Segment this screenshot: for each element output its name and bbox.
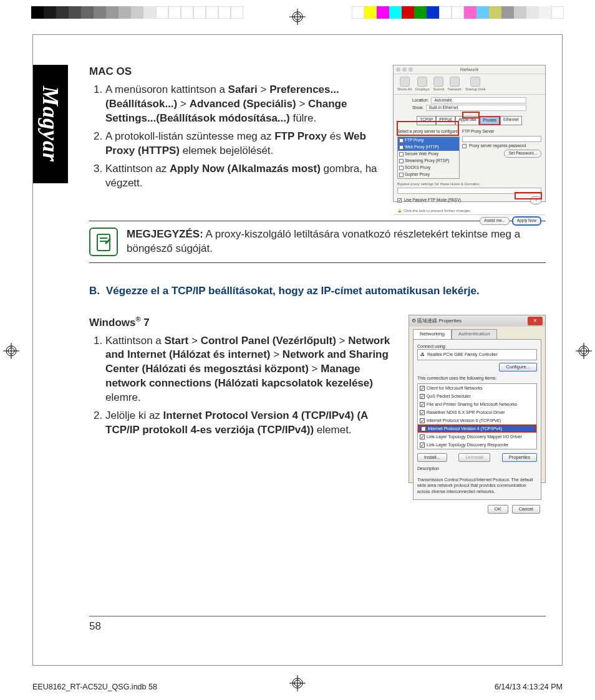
win-desc-label: Description: [417, 466, 537, 471]
print-file-name: EEU8162_RT-AC52U_QSG.indb 58: [32, 683, 157, 691]
win-item[interactable]: ✓Rawether NDIS 6.X SPR Protocol Driver: [418, 408, 536, 416]
section-b-heading: B. Végezze el a TCP/IP beállításokat, ho…: [89, 284, 546, 299]
windows-steps: Kattintson a Start > Control Panel (Vezé…: [89, 334, 399, 438]
win-item[interactable]: ✓Internet Protocol Version 4 (TCP/IPv4): [418, 424, 536, 433]
win-ok-button[interactable]: OK: [488, 505, 508, 514]
checkbox-icon[interactable]: [399, 159, 404, 163]
checkbox-icon[interactable]: ✓: [421, 426, 426, 431]
print-metadata: EEU8162_RT-AC52U_QSG.indb 58 6/14/13 4:1…: [32, 683, 563, 691]
mac-show-label: Show:: [412, 105, 423, 111]
win-uninstall-button[interactable]: Uninstall: [458, 453, 490, 462]
win-items-list[interactable]: ✓Client for Microsoft Networks✓QoS Packe…: [417, 383, 537, 449]
win-item[interactable]: ✓Internet Protocol Version 6 (TCP/IPv6): [418, 416, 536, 424]
mac-toolbar-displays[interactable]: Displays: [415, 77, 430, 92]
mac-proxy-server-field[interactable]: [462, 136, 541, 142]
windows-screenshot: ⚙ 區域連線 Properties × Networking Authentic…: [409, 315, 546, 483]
mac-tab-proxies[interactable]: Proxies: [479, 116, 500, 125]
language-tab: Magyar: [33, 65, 68, 183]
checkbox-icon[interactable]: ✓: [399, 138, 404, 143]
win-item[interactable]: ✓Link-Layer Topology Discovery Mapper I/…: [418, 433, 536, 441]
checkbox-icon[interactable]: ✓: [399, 145, 404, 150]
mac-pasv-checkbox[interactable]: ✓: [397, 198, 402, 203]
highlight-apply-button: [515, 192, 542, 199]
checkbox-icon[interactable]: [399, 152, 404, 156]
mac-proxy-item[interactable]: SOCKS Proxy: [398, 165, 459, 171]
mac-show-select[interactable]: Built-in Ethernet: [426, 105, 526, 111]
mac-assist-button[interactable]: Assist me...: [480, 217, 510, 225]
print-timestamp: 6/14/13 4:13:24 PM: [495, 683, 563, 691]
win-properties-button[interactable]: Properties: [502, 453, 537, 462]
win-items-label: This connection uses the following items…: [417, 375, 537, 381]
mac-set-password-button[interactable]: Set Password...: [504, 150, 541, 158]
registration-mark-icon: [576, 343, 592, 359]
windows-step-1: Kattintson a Start > Control Panel (Vezé…: [105, 334, 399, 406]
win-cancel-button[interactable]: Cancel: [512, 505, 540, 514]
macos-step-3: Kattintson az Apply Now (Alkalmazás most…: [105, 162, 383, 191]
win-item[interactable]: ✓Link-Layer Topology Discovery Responder: [418, 441, 536, 449]
win-connect-using-label: Connect using:: [417, 343, 537, 349]
windows-heading: Windows® 7: [89, 315, 399, 330]
win-item[interactable]: ✓File and Printer Sharing for Microsoft …: [418, 400, 536, 408]
mac-apply-now-button[interactable]: Apply Now: [512, 216, 541, 226]
win-install-button[interactable]: Install...: [417, 453, 447, 462]
network-icon: ⚙: [412, 318, 416, 324]
mac-proxy-item[interactable]: ✓FTP Proxy: [398, 137, 459, 144]
checkbox-icon[interactable]: ✓: [420, 410, 425, 415]
page-frame: Magyar MAC OS A menüsoron kattintson a S…: [32, 34, 563, 666]
mac-pasv-label: Use Passive FTP Mode (PASV): [404, 198, 461, 203]
mac-toolbar-network[interactable]: Network: [448, 77, 462, 92]
windows-step-2: Jelölje ki az Internet Protocol Version …: [105, 409, 399, 438]
win-item[interactable]: ✓Client for Microsoft Networks: [418, 384, 536, 392]
macos-step-2: A protokoll-listán szüntesse meg az FTP …: [105, 130, 383, 158]
mac-proxy-item[interactable]: ✓Web Proxy (HTTP): [398, 144, 459, 151]
checkbox-icon[interactable]: ✓: [420, 394, 425, 399]
win-window-title: 區域連線 Properties: [417, 318, 462, 324]
macos-screenshot: Network Show AllDisplaysSoundNetworkStar…: [393, 65, 546, 202]
mac-toolbar-show-all[interactable]: Show All: [397, 77, 412, 92]
win-desc-text: Transmission Control Protocol/Internet P…: [417, 476, 537, 496]
section-b-letter: B.: [89, 284, 100, 299]
mac-bypass-label: Bypass proxy settings for these Hosts & …: [394, 180, 545, 188]
note-box: MEGJEGYZÉS: A proxy-kiszolgáló letiltásá…: [89, 221, 546, 263]
checkbox-icon[interactable]: ✓: [420, 443, 425, 448]
registration-mark-icon: [289, 9, 306, 25]
macos-steps: A menüsoron kattintson a Safari > Prefer…: [89, 83, 383, 191]
close-icon[interactable]: ×: [528, 317, 543, 325]
lock-icon[interactable]: 🔒: [397, 208, 402, 213]
page-number: 58: [89, 620, 101, 633]
checkbox-icon[interactable]: ✓: [420, 418, 425, 423]
mac-tab-ethernet[interactable]: Ethernet: [500, 116, 522, 125]
checkbox-icon[interactable]: ✓: [420, 402, 425, 407]
mac-location-select[interactable]: Automatic: [431, 97, 526, 103]
section-b-title: Végezze el a TCP/IP beállításokat, hogy …: [106, 284, 480, 299]
checkbox-icon[interactable]: ✓: [420, 434, 425, 439]
highlight-proxies-tab: [462, 112, 480, 118]
footer-rule: [89, 616, 546, 616]
win-tab-authentication[interactable]: Authentication: [452, 329, 497, 339]
mac-toolbar-sound[interactable]: Sound: [433, 77, 444, 92]
highlight-proxy-list: [397, 121, 459, 136]
macos-step-1: A menüsoron kattintson a Safari > Prefer…: [105, 83, 383, 126]
win-adapter-field: 🖧 Realtek PCIe GBE Family Controller: [417, 349, 537, 360]
checkbox-icon[interactable]: ✓: [420, 386, 425, 391]
mac-proxy-item[interactable]: Secure Web Proxy: [398, 151, 459, 158]
mac-pw-checkbox[interactable]: [462, 144, 467, 148]
registration-mark-icon: [3, 343, 19, 359]
mac-location-label: Location:: [412, 98, 428, 103]
mac-proxy-item[interactable]: Streaming Proxy (RTSP): [398, 158, 459, 165]
adapter-icon: 🖧: [420, 352, 425, 357]
win-tab-networking[interactable]: Networking: [413, 329, 452, 339]
win-configure-button[interactable]: Configure...: [499, 363, 537, 372]
note-icon: [89, 228, 118, 256]
mac-proxy-item[interactable]: Gopher Proxy: [398, 171, 459, 178]
mac-pw-label: Proxy server requires password: [469, 143, 526, 149]
macos-heading: MAC OS: [89, 65, 383, 79]
mac-toolbar-startup-disk[interactable]: Startup Disk: [465, 77, 486, 92]
note-label: MEGJEGYZÉS:: [127, 228, 203, 240]
mac-lock-label: Click the lock to prevent further change…: [404, 208, 472, 213]
mac-proxy-server-label: FTP Proxy Server: [462, 129, 541, 135]
mac-proxy-list[interactable]: ✓FTP Proxy✓Web Proxy (HTTP)Secure Web Pr…: [397, 137, 460, 179]
checkbox-icon[interactable]: [399, 173, 404, 177]
checkbox-icon[interactable]: [399, 166, 404, 170]
win-item[interactable]: ✓QoS Packet Scheduler: [418, 392, 536, 400]
